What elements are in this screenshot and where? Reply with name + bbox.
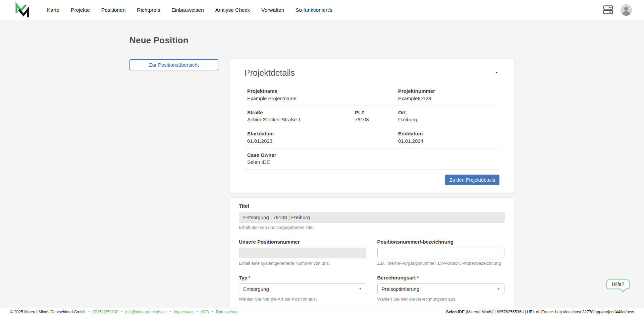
detail-row-case-owner: Case Owner Selen IDE	[245, 148, 499, 170]
titel-helper: Erhält den von uns vorgegebenen Titel.	[239, 225, 504, 230]
enddatum-value: 01.01.2024	[398, 137, 497, 145]
footer-user-name: Selen IDE	[446, 310, 465, 314]
footer-left: © 2025 Mineral Minds Deutschland GmbH • …	[10, 310, 238, 314]
project-details-card: Projektdetails - Projektname Example Pro…	[229, 59, 515, 193]
footer-link-agb[interactable]: AGB	[201, 310, 209, 314]
plz-label: PLZ	[355, 109, 398, 116]
footer-separator: •	[197, 310, 198, 314]
project-detail-rows: Projektname Example Projectname Projektn…	[245, 84, 499, 170]
project-card-title: Projektdetails	[245, 68, 295, 78]
unsere-positionsnummer-helper: Erhält eine systemgenerierte Nummer von …	[239, 261, 366, 266]
top-navbar: Karte Projekte Positionen Richtpreis Ein…	[0, 0, 644, 20]
strasse-value: Achim-Stocker-Straße 1	[247, 116, 355, 123]
startdatum-value: 01.01.2023	[247, 137, 398, 145]
unsere-positionsnummer-label: Unsere Positionsnummer	[239, 239, 366, 245]
startdatum-label: Startdatum	[247, 130, 398, 137]
titel-field: Titel Erhält den von uns vorgegebenen Ti…	[239, 203, 504, 230]
unsere-positionsnummer-input	[239, 248, 366, 258]
plz-value: 79108	[355, 116, 398, 123]
berechnungsart-label-text: Berechnungsart	[377, 275, 416, 280]
berechnungsart-required-asterisk: *	[417, 275, 419, 280]
nav-item-so-funktionierts[interactable]: So funktioniert's	[296, 7, 332, 13]
strasse-label: Straße	[247, 109, 355, 116]
footer-separator: •	[121, 310, 122, 314]
ort-label: Ort	[398, 109, 497, 116]
copyright-text: © 2025 Mineral Minds Deutschland GmbH	[10, 310, 86, 314]
page-title: Neue Position	[129, 35, 515, 46]
positionsnummer-field: Positionsnummer/-bezeichnung Z.B. Intern…	[377, 239, 505, 266]
berechnungsart-select[interactable]: Preisoptimierung ▼	[377, 283, 505, 294]
detail-row-address: Straße Achim-Stocker-Straße 1 PLZ 79108 …	[245, 106, 499, 127]
projektname-value: Example Projectname	[247, 95, 398, 102]
position-number-row: Unsere Positionsnummer Erhält eine syste…	[239, 239, 504, 266]
nav-item-karte[interactable]: Karte	[47, 7, 59, 13]
projektnummer-value: ExampleID123	[398, 95, 497, 102]
berechnungsart-select-value: Preisoptimierung	[382, 286, 420, 292]
typ-helper: Wählen Sie hier die Art der Position aus…	[239, 297, 366, 302]
projektnummer-label: Projektnummer	[398, 87, 497, 95]
nav-item-richtpreis[interactable]: Richtpreis	[137, 7, 160, 13]
footer-separator: •	[88, 310, 90, 314]
nav-item-einbauweisen[interactable]: Einbauweisen	[171, 7, 204, 13]
page-content: Neue Position Zur Positionsübersicht Pro…	[0, 20, 644, 316]
server-icon[interactable]	[603, 5, 613, 14]
nav-item-positionen[interactable]: Positionen	[101, 7, 125, 13]
footer-separator: •	[169, 310, 171, 314]
positionsnummer-label: Positionsnummer/-bezeichnung	[377, 239, 505, 245]
type-calculation-row: Typ* Entsorgung ▼ Wählen Sie hier die Ar…	[239, 275, 504, 302]
page-footer: © 2025 Mineral Minds Deutschland GmbH • …	[0, 308, 644, 316]
collapse-card-button[interactable]: -	[494, 68, 499, 76]
typ-required-asterisk: *	[249, 275, 251, 280]
titel-input	[239, 212, 504, 223]
case-owner-value: Selen IDE	[247, 159, 398, 166]
footer-separator: •	[212, 310, 213, 314]
enddatum-label: Enddatum	[398, 130, 497, 137]
footer-link-email[interactable]: info@mineral-minds.de	[125, 310, 167, 314]
mineral-minds-logo-icon[interactable]	[13, 2, 30, 18]
berechnungsart-field: Berechnungsart* Preisoptimierung ▼ Wähle…	[377, 275, 505, 302]
nav-item-projekte[interactable]: Projekte	[71, 7, 90, 13]
go-to-project-details-button[interactable]: Zu den Projektdetails	[445, 175, 499, 185]
user-avatar-icon[interactable]	[621, 4, 632, 16]
positionsnummer-input[interactable]	[377, 248, 505, 258]
unsere-positionsnummer-field: Unsere Positionsnummer Erhält eine syste…	[239, 239, 366, 266]
back-to-positions-button[interactable]: Zur Positionsübersicht	[129, 59, 218, 70]
ort-value: Freiburg	[398, 116, 497, 123]
berechnungsart-helper: Wählen Sie hier die Berechnungsart aus.	[377, 297, 505, 302]
left-column: Zur Positionsübersicht	[129, 59, 218, 70]
titel-label: Titel	[239, 203, 504, 209]
right-column: Projektdetails - Projektname Example Pro…	[229, 59, 515, 316]
footer-link-impressum[interactable]: Impressum	[174, 310, 194, 314]
typ-select[interactable]: Entsorgung ▼	[239, 283, 366, 294]
projektname-label: Projektname	[247, 87, 398, 95]
chevron-down-icon: ▼	[497, 287, 500, 291]
typ-select-value: Entsorgung	[243, 286, 269, 292]
footer-link-datenschutz[interactable]: Datenschutz	[216, 310, 238, 314]
detail-row-name-number: Projektname Example Projectname Projektn…	[245, 84, 499, 106]
nav-item-analyse-check[interactable]: Analyse Check	[215, 7, 250, 13]
navbar-actions	[603, 4, 632, 16]
help-bubble-button[interactable]: Hilfe?	[606, 279, 630, 289]
main-navigation: Karte Projekte Positionen Richtpreis Ein…	[47, 7, 332, 13]
chevron-down-icon: ▼	[359, 287, 362, 291]
footer-session-info: Selen IDE (Mineral Minds) | 69576255536d…	[446, 310, 634, 314]
typ-label-text: Typ	[239, 275, 248, 280]
berechnungsart-label: Berechnungsart*	[377, 275, 505, 280]
typ-field: Typ* Entsorgung ▼ Wählen Sie hier die Ar…	[239, 275, 366, 302]
new-position-form-card: Titel Erhält den von uns vorgegebenen Ti…	[229, 198, 515, 316]
detail-row-dates: Startdatum 01.01.2023 Enddatum 01.01.202…	[245, 127, 499, 148]
case-owner-label: Case Owner	[247, 151, 398, 159]
title-divider	[129, 51, 515, 51]
nav-item-verwalten[interactable]: Verwalten	[261, 7, 284, 13]
typ-label: Typ*	[239, 275, 366, 280]
footer-session-details: (Mineral Minds) | 69576255536d | URL of …	[465, 310, 634, 314]
footer-link-phone[interactable]: 07151/250100	[93, 310, 118, 314]
positionsnummer-helper: Z.B. Interne-Vorgangsnummer, LV-Position…	[377, 261, 505, 266]
